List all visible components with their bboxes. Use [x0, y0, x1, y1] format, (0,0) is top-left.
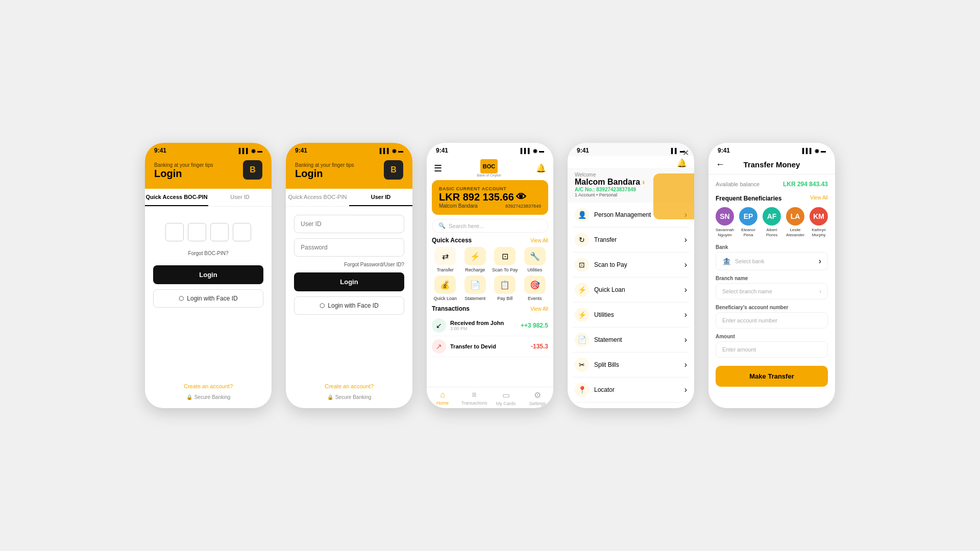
- face-id-icon-1: ⬡: [179, 295, 184, 302]
- nav-settings[interactable]: ⚙ Settings: [522, 390, 553, 406]
- tab-userid-1[interactable]: User ID: [208, 189, 272, 206]
- status-icons-3: ▌▌▌ ◉ ▬: [521, 148, 544, 154]
- pin-box-1[interactable]: [165, 223, 184, 241]
- bank-select[interactable]: 🏦 Select bank ›: [716, 252, 828, 270]
- quick-access-header: Quick Access View All: [427, 237, 553, 247]
- name-albert: AlbertFlores: [766, 228, 777, 237]
- transactions-nav-icon: ≡: [472, 390, 476, 399]
- pin-box-2[interactable]: [188, 223, 206, 241]
- banking-tip-2: Banking at your finger tips: [295, 162, 354, 168]
- menu-item-split[interactable]: ✂ Split Bills ›: [573, 353, 689, 378]
- qa-utilities[interactable]: 🔧 Utilities: [522, 247, 549, 272]
- chevron-statement: ›: [684, 335, 687, 344]
- tx-transfer-amount: -135.3: [531, 343, 548, 350]
- make-transfer-button[interactable]: Make Transfer: [716, 366, 828, 387]
- menu-item-scan[interactable]: ⊡ Scan to Pay ›: [573, 253, 689, 278]
- transactions-view-all[interactable]: View All: [530, 306, 548, 312]
- face-id-button-2[interactable]: ⬡ Login with Face ID: [294, 296, 404, 315]
- nav-transactions[interactable]: ≡ Transactions: [458, 390, 490, 406]
- forgot-pin[interactable]: Forgot BOC-PIN?: [153, 251, 263, 256]
- menu-item-locator[interactable]: 📍 Locator ›: [573, 378, 689, 403]
- pin-boxes: [153, 223, 263, 241]
- login-button-1[interactable]: Login: [153, 265, 263, 284]
- menu-user-name: Malcom Bandara ›: [575, 178, 645, 187]
- quick-access-view-all[interactable]: View All: [530, 238, 548, 243]
- menu-user-info: Welcome Malcom Bandara › A/C No.: 839274…: [575, 172, 645, 197]
- screen-transfer: 9:41 ▌▌▌ ◉ ▬ ← Transfer Money Available …: [708, 143, 835, 408]
- qa-events-label: Events: [528, 296, 542, 301]
- menu-item-transfer[interactable]: ↻ Transfer ›: [573, 228, 689, 253]
- hamburger-icon[interactable]: ☰: [434, 163, 442, 174]
- tab-userid-2[interactable]: User ID: [349, 189, 412, 206]
- menu-locator-label: Locator: [594, 386, 615, 393]
- face-id-button-1[interactable]: ⬡ Login with Face ID: [153, 289, 263, 308]
- search-bar[interactable]: 🔍 Search here...: [432, 219, 548, 233]
- qa-statement[interactable]: 📄 Statement: [462, 276, 489, 301]
- beneficiary-eleanor[interactable]: EP EleanorPena: [739, 207, 757, 237]
- beneficiary-leslie[interactable]: LA LeslieAlexander: [786, 207, 804, 237]
- beneficiary-kathryn[interactable]: KM KathrynMurphy: [810, 207, 828, 237]
- pin-box-4[interactable]: [233, 223, 251, 241]
- branch-select[interactable]: Select branch name ›: [716, 283, 828, 299]
- signal-icon-5: ▌▌▌: [802, 148, 813, 154]
- account-number: 83927423837849: [505, 204, 541, 209]
- menu-item-contact[interactable]: ☎ Contact Us ›: [573, 403, 689, 408]
- face-id-label-1: Login with Face ID: [187, 295, 237, 302]
- forgot-password[interactable]: Forgot Password/User ID?: [294, 262, 404, 267]
- userid-input[interactable]: [294, 215, 404, 233]
- signal-icon-3: ▌▌▌: [521, 148, 531, 154]
- bottom-nav: ⌂ Home ≡ Transactions ▭ My Cards ⚙ Setti…: [427, 387, 553, 408]
- status-time-5: 9:41: [718, 147, 730, 154]
- account-number-input[interactable]: Enter account number: [716, 312, 828, 329]
- pay-bill-icon: 📋: [494, 276, 516, 294]
- pin-box-3[interactable]: [210, 223, 229, 241]
- face-id-icon-2: ⬡: [320, 302, 325, 309]
- tab-pin-2[interactable]: Quick Access BOC-PIN: [286, 189, 349, 206]
- nav-cards[interactable]: ▭ My Cards: [490, 390, 522, 406]
- menu-item-statement[interactable]: 📄 Statement ›: [573, 328, 689, 353]
- create-account-1[interactable]: Create an account?: [153, 383, 263, 389]
- create-account-2[interactable]: Create an account?: [294, 383, 404, 389]
- name-leslie: LeslieAlexander: [786, 228, 804, 237]
- beneficiary-savannah[interactable]: SN SavannahNguyen: [716, 207, 734, 237]
- secure-banking-2: 🔒 Secure Banking: [294, 394, 404, 400]
- transfer-title: Transfer Money: [744, 160, 800, 169]
- eye-icon[interactable]: 👁: [516, 191, 526, 203]
- qa-recharge[interactable]: ⚡ Recharge: [462, 247, 489, 272]
- status-icons-2: ▌▌▌ ◉ ▬: [380, 148, 403, 154]
- quick-access-title: Quick Access: [432, 237, 472, 244]
- battery-icon-3: ▬: [539, 148, 544, 154]
- back-button[interactable]: ←: [716, 159, 725, 170]
- beneficiaries-view-all[interactable]: View All: [810, 195, 828, 202]
- account-number-placeholder: Enter account number: [722, 317, 777, 323]
- qa-pay-bill[interactable]: 📋 Pay Bill: [492, 276, 519, 301]
- beneficiary-albert[interactable]: AF AlbertFlores: [763, 207, 781, 237]
- menu-item-loan[interactable]: ⚡ Quick Loan ›: [573, 278, 689, 303]
- status-time-3: 9:41: [436, 147, 448, 154]
- qa-scan-to-pay[interactable]: ⊡ Scan To Pay: [492, 247, 519, 272]
- chevron-right-icon: ›: [642, 178, 645, 187]
- brand-icon-1: B: [243, 160, 262, 180]
- account-balance: LKR 892 135.66 👁: [439, 191, 541, 203]
- qa-events[interactable]: 🎯 Events: [522, 276, 549, 301]
- beneficiaries-row: SN SavannahNguyen EP EleanorPena AF Albe…: [716, 207, 828, 237]
- qa-quick-loan[interactable]: 💰 Quick Loan: [432, 276, 459, 301]
- bell-icon[interactable]: 🔔: [536, 163, 546, 173]
- bell-icon-4[interactable]: 🔔: [677, 158, 687, 168]
- beneficiaries-label: Frequent Beneficiaries: [716, 195, 781, 202]
- transfer-menu-icon: ↻: [575, 233, 589, 247]
- loan-menu-icon: ⚡: [575, 283, 589, 297]
- login-button-2[interactable]: Login: [294, 272, 404, 291]
- nav-home[interactable]: ⌂ Home: [427, 390, 458, 406]
- screen-home: 9:41 ▌▌▌ ◉ ▬ ☰ BOC Bank of Ceylon 🔔 BASI…: [427, 143, 553, 408]
- qa-transfer[interactable]: ⇄ Transfer: [432, 247, 459, 272]
- login-header-1: Banking at your finger tips Login B: [145, 156, 272, 189]
- bank-chevron: ›: [819, 257, 821, 266]
- tab-pin-1[interactable]: Quick Access BOC-PIN: [145, 189, 208, 206]
- amount-input[interactable]: Enter amount: [716, 341, 828, 358]
- name-kathryn: KathrynMurphy: [812, 228, 826, 237]
- password-input[interactable]: [294, 238, 404, 257]
- menu-item-utilities[interactable]: ⚡ Utilities ›: [573, 303, 689, 328]
- bank-icon: 🏦: [722, 257, 731, 265]
- close-button[interactable]: ✕: [682, 148, 689, 158]
